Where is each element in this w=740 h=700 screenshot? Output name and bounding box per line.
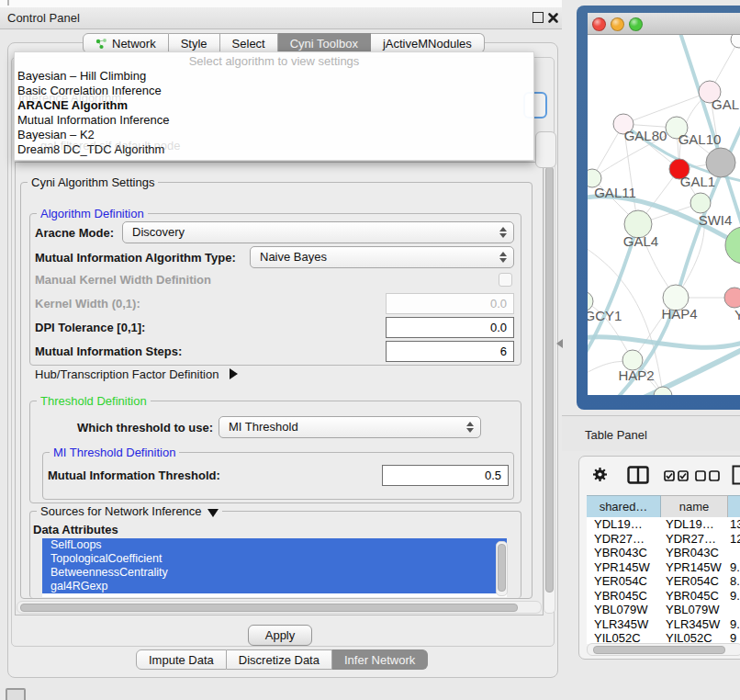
network-icon xyxy=(95,38,107,50)
network-node-swi4[interactable] xyxy=(690,193,711,213)
page-icon[interactable] xyxy=(732,465,740,485)
mi-threshold-label: Mutual Information Threshold: xyxy=(48,469,220,482)
network-node-label: Y xyxy=(734,307,740,322)
close-icon[interactable] xyxy=(547,11,559,23)
table-cell: 12 xyxy=(726,532,740,547)
table-horizontal-scrollbar[interactable] xyxy=(587,643,740,656)
kernel-width-field[interactable]: 0.0 xyxy=(386,293,514,314)
algorithm-definition-title: Algorithm Definition xyxy=(37,207,148,220)
dpi-tolerance-field[interactable]: 0.0 xyxy=(386,317,514,338)
network-node-label: GAL10 xyxy=(678,131,722,147)
table-cell: YBL079W xyxy=(660,603,726,617)
table-row[interactable]: YLR345WYLR345W9. xyxy=(587,617,740,632)
sources-title[interactable]: Sources for Network Inference xyxy=(37,504,222,518)
control-panel-tabbar: NetworkStyleSelectCyni ToolboxjActiveMNo… xyxy=(83,33,485,53)
mi-algorithm-type-combobox[interactable]: Naive Bayes xyxy=(250,246,514,268)
apply-button[interactable]: Apply xyxy=(248,625,312,646)
table-row[interactable]: YBR043CYBR043C xyxy=(587,546,740,560)
table-toolbar xyxy=(579,457,740,493)
column-header-name[interactable]: name xyxy=(661,495,728,519)
tab-network[interactable]: Network xyxy=(83,33,169,53)
network-node[interactable] xyxy=(706,148,735,177)
tab-style[interactable]: Style xyxy=(169,33,220,53)
which-threshold-combobox[interactable]: MI Threshold xyxy=(219,416,481,438)
network-node-label: GAL1 xyxy=(680,174,715,189)
close-light[interactable] xyxy=(592,17,606,31)
table-row[interactable]: YER054CYER054C8. xyxy=(587,574,740,589)
algorithm-option[interactable]: Bayesian – Hill Climbing xyxy=(17,69,531,84)
attribute-list-item[interactable]: TopologicalCoefficient xyxy=(42,552,507,566)
table-body[interactable]: YDL19…YDL19…13YDR27…YDR27…12YBR043CYBR04… xyxy=(587,517,740,644)
tab-discretize-data[interactable]: Discretize Data xyxy=(227,649,332,670)
float-window-icon[interactable] xyxy=(533,12,544,23)
table-row[interactable]: YIL052CYIL052C9 xyxy=(587,631,740,644)
tab-impute-data[interactable]: Impute Data xyxy=(136,649,227,670)
network-node-y[interactable] xyxy=(724,288,740,308)
aracne-mode-combobox[interactable]: Discovery xyxy=(122,221,514,243)
tab-jactivemnodules[interactable]: jActiveMNodules xyxy=(371,33,485,53)
columns-icon[interactable] xyxy=(627,466,649,484)
window-edge-mark xyxy=(7,0,9,6)
table-cell: 9 xyxy=(726,631,740,644)
attributes-list-scrollbar[interactable] xyxy=(496,541,508,596)
algorithm-option[interactable]: Mutual Information Inference xyxy=(17,113,531,128)
show-selected-columns-icon[interactable] xyxy=(664,470,690,481)
combo-arrows-icon xyxy=(499,226,507,239)
zoom-light[interactable] xyxy=(629,17,643,31)
gear-icon[interactable] xyxy=(592,467,608,482)
network-node-label: HAP2 xyxy=(618,367,654,383)
network-node[interactable] xyxy=(725,227,740,264)
table-row[interactable]: YDR27…YDR27…12 xyxy=(587,532,740,547)
settings-horizontal-scrollbar[interactable] xyxy=(17,601,542,614)
minimized-panel-icon[interactable] xyxy=(6,688,26,700)
mi-steps-field[interactable]: 6 xyxy=(386,341,514,362)
table-cell: YLR345W xyxy=(660,617,726,632)
table-cell: YBR043C xyxy=(660,546,726,560)
table-cell: YLR345W xyxy=(587,617,660,632)
table-row[interactable]: YPR145WYPR145W9. xyxy=(587,560,740,575)
table-cell: 9. xyxy=(726,589,740,604)
network-node-label: SWI4 xyxy=(699,212,733,228)
column-header-a[interactable]: A xyxy=(728,495,740,519)
tab-select[interactable]: Select xyxy=(220,33,278,53)
table-cell: YBR043C xyxy=(587,546,660,560)
top-strip xyxy=(0,0,562,7)
mi-threshold-field[interactable]: 0.5 xyxy=(382,465,509,486)
tab-infer-network[interactable]: Infer Network xyxy=(332,649,428,670)
dpi-tolerance-label: DPI Tolerance [0,1]: xyxy=(35,321,145,334)
table-cell: YDR27… xyxy=(660,532,726,547)
cyni-algorithm-settings-title: Cyni Algorithm Settings xyxy=(28,175,158,189)
column-header-shared[interactable]: shared… xyxy=(587,495,661,519)
network-canvas[interactable]: GALGAL80GAL10GAL1GAL11SWI4GAL4HAP4YGCY1H… xyxy=(588,35,740,395)
control-panel-titlebar: Control Panel xyxy=(0,7,562,29)
table-row[interactable]: YBL079WYBL079W xyxy=(587,603,740,617)
data-attributes-list[interactable]: SelfLoopsTopologicalCoefficientBetweenne… xyxy=(42,538,507,597)
network-node-label: GAL4 xyxy=(623,233,658,249)
table-cell: YPR145W xyxy=(660,560,726,575)
mi-algorithm-type-label: Mutual Information Algorithm Type: xyxy=(35,251,236,265)
settings-vertical-scrollbar[interactable] xyxy=(544,163,555,614)
network-node[interactable] xyxy=(731,35,740,48)
network-window-titlebar[interactable] xyxy=(588,13,740,35)
attribute-list-item[interactable]: BetweennessCentrality xyxy=(42,566,507,580)
popup-placeholder: Select algorithm to view settings xyxy=(15,54,533,68)
table-cell: YBR045C xyxy=(660,589,726,604)
table-header-row[interactable]: shared…nameA xyxy=(587,495,740,517)
attribute-list-item[interactable]: gal4RGexp xyxy=(42,580,507,593)
manual-kernel-width-checkbox[interactable] xyxy=(499,273,512,287)
network-node-label: GAL80 xyxy=(624,128,667,143)
table-row[interactable]: YBR045CYBR045C9. xyxy=(587,589,740,604)
hub-definition-expander[interactable]: Hub/Transcription Factor Definition xyxy=(35,367,238,381)
table-row[interactable]: YDL19…YDL19…13 xyxy=(587,517,740,532)
network-edge-highlighted xyxy=(588,337,740,348)
panel-splitter-handle[interactable] xyxy=(556,339,563,348)
network-node-label: GCY1 xyxy=(588,308,622,323)
table-cell: YIL052C xyxy=(587,631,660,644)
attribute-list-item[interactable]: SelfLoops xyxy=(42,538,507,552)
tab-cyni-toolbox[interactable]: Cyni Toolbox xyxy=(278,33,371,53)
network-node-label: GAL11 xyxy=(594,185,636,200)
kernel-width-label: Kernel Width (0,1): xyxy=(35,297,140,310)
minimize-light[interactable] xyxy=(611,17,624,31)
manual-kernel-width-label: Manual Kernel Width Definition xyxy=(35,273,211,287)
hide-columns-icon[interactable] xyxy=(695,470,721,481)
